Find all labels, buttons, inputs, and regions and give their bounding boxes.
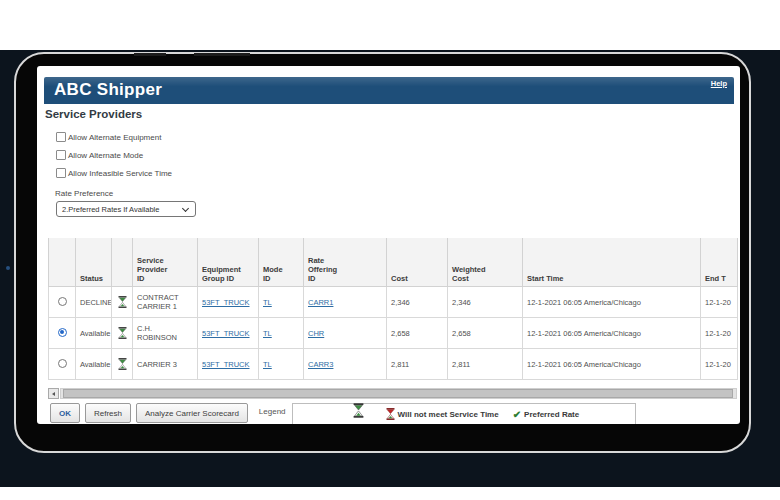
provider-cell: CONTRACT CARRIER 1 [133,287,198,318]
legend-item-service-time: Will not meet Service Time [386,408,499,420]
start-time-cell: 12-1-2021 06:05 America/Chicago [523,287,701,318]
legend-text: Preferred Rate [524,410,579,419]
camera-dot [6,266,10,270]
checkbox-box[interactable] [56,150,66,160]
analyze-carrier-scorecard-button[interactable]: Analyze Carrier Scorecard [136,403,248,423]
legend-text: Will not meet Service Time [398,410,499,419]
footer-bar: OK Refresh Analyze Carrier Scorecard Leg… [50,403,737,424]
checkbox-label: Allow Alternate Mode [68,151,143,160]
refresh-button[interactable]: Refresh [85,403,131,423]
scrollbar-thumb[interactable] [63,389,733,398]
table-header-row: Status Service Provider ID Equipment Gro… [49,235,738,287]
checkbox-allow-infeasible-service-time[interactable]: Allow Infeasible Service Time [56,164,172,182]
section-title: Service Providers [45,108,142,120]
help-link[interactable]: Help [711,79,727,88]
ok-button[interactable]: OK [50,403,80,423]
hourglass-icon [118,327,127,339]
checkbox-label: Allow Alternate Equipment [68,133,161,142]
table-row: Available C.H. ROBINSON 53FT_TRUCK [49,318,738,349]
hourglass-icon [353,403,364,418]
bezel-antenna-line [134,53,166,56]
provider-cell: C.H. ROBINSON [133,318,198,349]
checkbox-allow-alternate-equipment[interactable]: Allow Alternate Equipment [56,128,172,146]
app-title: ABC Shipper [54,80,162,100]
app-screen: ABC Shipper Help Service Providers Allow… [37,66,740,424]
table-row: Available CARRIER 3 53FT_TRUCK [49,349,738,380]
legend-item-preferred-rate: ✔ Preferred Rate [499,409,580,420]
end-time-cell: 12-1-20 [701,318,738,349]
column-header-radio [49,235,76,287]
hourglass-red-icon [386,408,395,420]
status-cell: Available [76,349,112,380]
app-header: ABC Shipper Help [44,77,734,104]
column-header-weighted-cost: Weighted Cost [448,235,523,287]
rate-offering-link[interactable]: CARR3 [308,360,333,369]
checkbox-label: Allow Infeasible Service Time [68,169,172,178]
checkbox-box[interactable] [56,168,66,178]
bezel-antenna-line [194,53,250,56]
column-header-icon [112,235,133,287]
legend-label: Legend [259,407,286,416]
filter-options: Allow Alternate Equipment Allow Alternat… [56,128,172,182]
column-header-status: Status [76,235,112,287]
mode-link[interactable]: TL [263,329,272,338]
check-green-icon: ✔ [513,409,521,420]
page-background: ABC Shipper Help Service Providers Allow… [0,0,780,500]
hourglass-icon [118,358,127,370]
rate-preference-select[interactable]: 2.Preferred Rates If Available [56,201,196,217]
rate-preference-value: 2.Preferred Rates If Available [62,205,159,214]
checkbox-allow-alternate-mode[interactable]: Allow Alternate Mode [56,146,172,164]
hourglass-icon [118,296,127,308]
weighted-cost-cell: 2,811 [448,349,523,380]
end-time-cell: 12-1-20 [701,287,738,318]
column-header-equipment: Equipment Group ID [198,235,259,287]
column-header-rate-offering: Rate Offering ID [304,235,387,287]
equipment-group-link[interactable]: 53FT_TRUCK [202,360,250,369]
rate-offering-link[interactable]: CHR [308,329,324,338]
mode-link[interactable]: TL [263,360,272,369]
status-cell: DECLINED [76,287,112,318]
end-time-cell: 12-1-20 [701,349,738,380]
checkbox-box[interactable] [56,132,66,142]
mode-link[interactable]: TL [263,298,272,307]
start-time-cell: 12-1-2021 06:05 America/Chicago [523,318,701,349]
tablet-frame: ABC Shipper Help Service Providers Allow… [14,52,751,453]
cost-cell: 2,811 [387,349,448,380]
cost-cell: 2,346 [387,287,448,318]
column-header-mode: Mode ID [259,235,304,287]
equipment-group-link[interactable]: 53FT_TRUCK [202,298,250,307]
equipment-group-link[interactable]: 53FT_TRUCK [202,329,250,338]
row-radio[interactable] [58,359,67,368]
weighted-cost-cell: 2,658 [448,318,523,349]
column-header-provider: Service Provider ID [133,235,198,287]
column-header-start-time: Start Time [523,235,701,287]
table-row: DECLINED CONTRACT CARRIER 1 53FT_TR [49,287,738,318]
scrollbar-track[interactable] [60,388,737,399]
cost-cell: 2,658 [387,318,448,349]
column-header-end-time: End T [701,235,738,287]
chevron-down-icon [182,205,189,212]
rate-offering-link[interactable]: CARR1 [308,298,333,307]
status-cell: Available [76,318,112,349]
service-providers-table: Status Service Provider ID Equipment Gro… [48,232,738,380]
provider-cell: CARRIER 3 [133,349,198,380]
scroll-left-button[interactable] [48,388,59,399]
row-radio[interactable] [58,328,67,337]
legend-box: Will not meet Service Time ✔ Preferred R… [292,403,636,424]
rate-preference-label: Rate Preference [55,189,113,198]
arrow-left-icon [52,392,55,396]
row-radio[interactable] [58,297,67,306]
start-time-cell: 12-1-2021 06:05 America/Chicago [523,349,701,380]
horizontal-scrollbar[interactable] [48,388,737,399]
column-header-cost: Cost [387,235,448,287]
weighted-cost-cell: 2,346 [448,287,523,318]
